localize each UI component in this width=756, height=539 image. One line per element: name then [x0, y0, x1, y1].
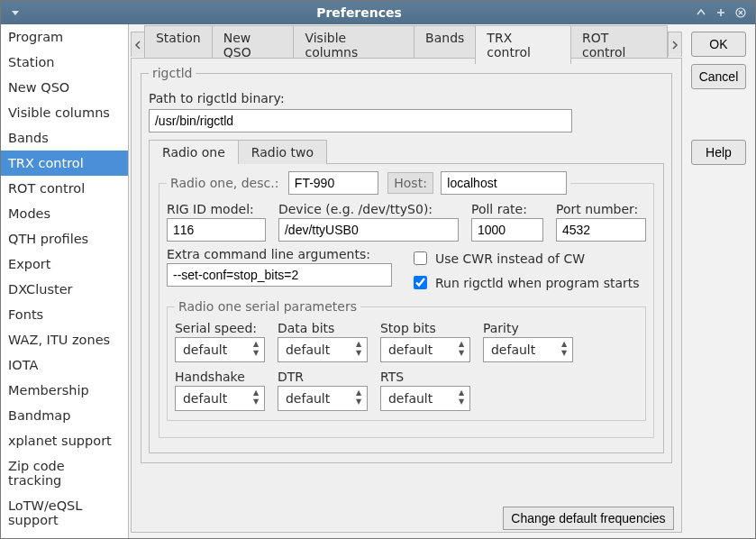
serial-speed-spinner[interactable]: default▲▼ — [175, 337, 265, 362]
sidebar-item-qth-profiles[interactable]: QTH profiles — [1, 226, 128, 251]
extra-args-input[interactable] — [167, 263, 392, 287]
sidebar-item-trx-control[interactable]: TRX control — [1, 151, 128, 176]
sidebar-item-iota[interactable]: IOTA — [1, 352, 128, 378]
top-tabbar: StationNew QSOVisible columnsBandsTRX co… — [131, 30, 682, 59]
port-input[interactable] — [556, 218, 646, 242]
category-sidebar: ProgramStationNew QSOVisible columnsBand… — [1, 24, 129, 538]
host-label: Host: — [387, 172, 433, 194]
window-menu-icon[interactable] — [8, 5, 23, 20]
databits-spinner[interactable]: default▲▼ — [278, 337, 368, 362]
stopbits-spinner[interactable]: default▲▼ — [380, 337, 470, 362]
host-input[interactable] — [441, 171, 567, 195]
sidebar-item-membership[interactable]: Membership — [1, 378, 128, 403]
radio-desc-input[interactable] — [288, 171, 378, 195]
radio-tab-radio-two[interactable]: Radio two — [238, 140, 327, 164]
trx-tab-content: rigctld Path to rigctld binary: Radio on… — [131, 58, 682, 533]
button-panel: OK Cancel Help — [688, 24, 755, 538]
device-input[interactable] — [278, 218, 459, 242]
handshake-label: Handshake — [175, 370, 265, 384]
sidebar-item-lotw-eqsl-support[interactable]: LoTW/eQSL support — [1, 493, 128, 533]
run-rigctld-checkbox[interactable] — [414, 276, 427, 289]
device-label: Device (e.g. /dev/ttyS0): — [278, 202, 459, 216]
handshake-spinner[interactable]: default▲▼ — [175, 386, 265, 411]
rigctld-group: rigctld Path to rigctld binary: Radio on… — [141, 66, 672, 463]
cwr-checkbox-row[interactable]: Use CWR instead of CW — [410, 249, 640, 268]
rig-id-input[interactable] — [167, 218, 266, 242]
extra-args-label: Extra command line arguments: — [167, 247, 392, 261]
sidebar-item-dxcluster[interactable]: DXCluster — [1, 277, 128, 302]
sidebar-item-new-qso[interactable]: New QSO — [1, 75, 128, 100]
sidebar-item-program[interactable]: Program — [1, 24, 128, 50]
sidebar-item-fonts[interactable]: Fonts — [1, 302, 128, 327]
rts-spinner[interactable]: default▲▼ — [380, 386, 470, 411]
poll-input[interactable] — [471, 218, 543, 242]
serial-speed-label: Serial speed: — [175, 321, 265, 335]
radio-one-desc-group: Radio one, desc.: Host: RIG ID model: — [159, 171, 654, 438]
cancel-button[interactable]: Cancel — [691, 64, 746, 89]
rigctld-path-label: Path to rigctld binary: — [149, 91, 285, 105]
sidebar-item-bands[interactable]: Bands — [1, 125, 128, 151]
serial-params-group: Radio one serial parameters Serial speed… — [167, 299, 646, 421]
databits-label: Data bits — [278, 321, 368, 335]
window-title: Preferences — [24, 5, 694, 20]
parity-spinner[interactable]: default▲▼ — [483, 337, 573, 362]
tab-trx-control[interactable]: TRX control — [475, 25, 571, 64]
port-label: Port number: — [556, 202, 646, 216]
tab-scroll-left[interactable] — [131, 32, 145, 57]
dtr-label: DTR — [278, 370, 368, 384]
ok-button[interactable]: OK — [691, 32, 746, 57]
rig-id-label: RIG ID model: — [167, 202, 266, 216]
rollup-icon[interactable] — [694, 5, 708, 20]
sidebar-item-cw-interface[interactable]: CW interface — [1, 533, 128, 538]
rigctld-path-input[interactable] — [149, 109, 572, 132]
sidebar-item-bandmap[interactable]: Bandmap — [1, 403, 128, 428]
cwr-checkbox-label: Use CWR instead of CW — [435, 251, 585, 266]
rigctld-legend: rigctld — [149, 66, 196, 80]
radio-tab-radio-one[interactable]: Radio one — [149, 140, 239, 164]
run-rigctld-checkbox-label: Run rigctld when program starts — [435, 276, 640, 290]
help-button[interactable]: Help — [691, 140, 746, 165]
serial-params-legend: Radio one serial parameters — [175, 299, 360, 314]
sidebar-item-xplanet-support[interactable]: xplanet support — [1, 428, 128, 453]
sidebar-item-visible-columns[interactable]: Visible columns — [1, 100, 128, 125]
radio-one-panel: Radio one, desc.: Host: RIG ID model: — [149, 163, 664, 453]
sidebar-item-modes[interactable]: Modes — [1, 201, 128, 226]
sidebar-item-rot-control[interactable]: ROT control — [1, 176, 128, 201]
sidebar-item-waz-itu-zones[interactable]: WAZ, ITU zones — [1, 327, 128, 352]
maximize-icon[interactable] — [714, 5, 728, 20]
rts-label: RTS — [380, 370, 470, 384]
poll-label: Poll rate: — [471, 202, 543, 216]
dtr-spinner[interactable]: default▲▼ — [278, 386, 368, 411]
tab-scroll-right[interactable] — [668, 32, 682, 57]
sidebar-item-export[interactable]: Export — [1, 251, 128, 277]
parity-label: Parity — [483, 321, 573, 335]
cwr-checkbox[interactable] — [414, 251, 427, 265]
run-rigctld-checkbox-row[interactable]: Run rigctld when program starts — [410, 273, 640, 292]
close-icon[interactable] — [733, 5, 748, 20]
sidebar-item-station[interactable]: Station — [1, 50, 128, 75]
stopbits-label: Stop bits — [380, 321, 470, 335]
preferences-window: Preferences ProgramStationNew QSOVisible… — [0, 0, 756, 539]
titlebar: Preferences — [1, 1, 755, 24]
radio-one-desc-legend: Radio one, desc.: Host: — [167, 171, 570, 195]
change-default-frequencies-button[interactable]: Change default frequencies — [503, 507, 674, 530]
sidebar-item-zip-code-tracking[interactable]: Zip code tracking — [1, 453, 128, 493]
